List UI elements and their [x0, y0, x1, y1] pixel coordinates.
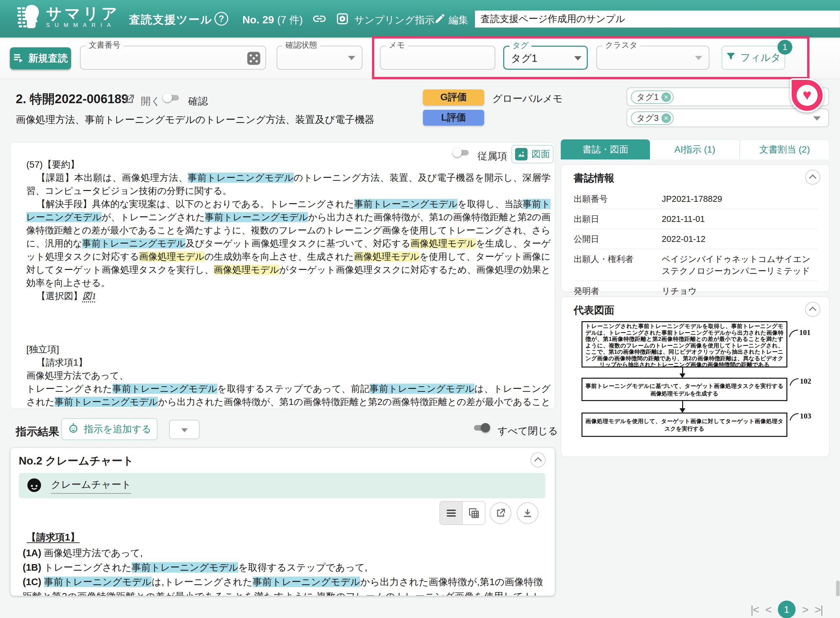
- instruction-menu-button[interactable]: [169, 420, 200, 439]
- row-value: ベイジンバイドゥネットコムサイエンステクノロジーカンパニーリミテッド: [662, 253, 818, 277]
- status-select[interactable]: 確認状態: [277, 46, 362, 70]
- review-number: No. 29(7 件): [243, 13, 303, 27]
- tag-chip: タグ1 ✕: [631, 91, 673, 104]
- chevron-up-icon: [809, 175, 817, 182]
- sampling-icon[interactable]: [335, 12, 349, 27]
- logo-subtitle: SUMMARIA: [46, 22, 120, 28]
- doc-number-label: 文書番号: [86, 41, 123, 49]
- open-in-new-icon[interactable]: [123, 93, 136, 107]
- representative-figure-panel: 代表図面 トレーニングされた事前トレーニングモデルを取得し、事前トレーニングモデ…: [561, 297, 830, 457]
- link-icon[interactable]: [312, 11, 327, 28]
- download-button[interactable]: [517, 502, 538, 524]
- view-mode-switch: [439, 501, 486, 525]
- sampling-label[interactable]: サンプリング指示: [354, 13, 435, 27]
- l-eval-button[interactable]: L評価: [423, 110, 484, 126]
- collapse-button[interactable]: [805, 169, 820, 185]
- abstract-text: (57)【要約】【課題】本出願は、画像処理方法、事前トレーニングモデルのトレーニ…: [26, 158, 551, 409]
- row-value: 2022-01-12: [662, 233, 818, 245]
- new-review-label: 新規査読: [28, 52, 68, 65]
- right-panel-tabs: 書誌・図面 AI指示 (1) 文書割当 (2): [561, 140, 830, 159]
- row-label: 出願番号: [573, 193, 662, 205]
- global-memo-label: グローバルメモ: [492, 92, 563, 105]
- logo-title: サマリア: [46, 5, 120, 22]
- flowchart-box-101: トレーニングされた事前トレーニングモデルを取得し、事前トレーニングモデルは、トレ…: [581, 321, 787, 367]
- current-page-button[interactable]: 1: [778, 600, 795, 618]
- app-header: サマリア SUMMARIA 査読支援ツール ? No. 29(7 件) サンプリ…: [0, 0, 840, 37]
- memo-field[interactable]: メモ: [380, 46, 495, 70]
- table-view-button[interactable]: [462, 502, 485, 524]
- biblio-title: 書誌情報: [573, 171, 614, 185]
- last-page-button[interactable]: >|: [814, 603, 822, 616]
- claim-chart-banner: クレームチャート: [19, 473, 545, 498]
- filter-count-badge: 1: [777, 40, 792, 55]
- figure-ref-103: 103: [789, 412, 812, 421]
- tab-biblio-drawing[interactable]: 書誌・図面: [561, 140, 650, 159]
- app-logo[interactable]: サマリア SUMMARIA: [17, 3, 120, 30]
- claim-chart-text: 【請求項1】(1A) 画像処理方法であって,(1B) トレーニングされた事前トレ…: [23, 530, 543, 596]
- doc-tag-select-2[interactable]: タグ3 ✕: [627, 108, 829, 127]
- flowchart-box-102: 事前トレーニングモデルに基づいて、ターゲット画像処理タスクを実行する画像処理モデ…: [581, 378, 787, 401]
- open-chart-button[interactable]: [490, 502, 511, 524]
- row-label: 公開日: [573, 233, 662, 245]
- collapse-button[interactable]: [530, 452, 546, 468]
- chevron-down-icon: [348, 56, 355, 60]
- flowchart-arrow: [682, 367, 683, 377]
- robot-icon: [67, 422, 79, 436]
- table-row: 公開日2022-01-12: [573, 229, 818, 249]
- tag-select[interactable]: タグ タグ1: [503, 46, 588, 70]
- add-instruction-button[interactable]: 指示を追加する: [61, 418, 158, 440]
- tag-chip-label: タグ3: [636, 113, 659, 124]
- tab-doc-assignment[interactable]: 文書割当 (2): [740, 140, 830, 159]
- cluster-select[interactable]: クラスタ: [596, 46, 709, 70]
- page-name-input[interactable]: [475, 10, 840, 28]
- tag-remove-icon[interactable]: ✕: [661, 92, 671, 102]
- confirm-label: 確認: [188, 95, 208, 108]
- help-icon[interactable]: ?: [214, 12, 228, 26]
- abstract-panel: 従属項 図面 (57)【要約】【課題】本出願は、画像処理方法、事前トレーニングモ…: [10, 142, 555, 409]
- first-page-button[interactable]: |<: [751, 603, 759, 616]
- row-value: リチョウ: [662, 285, 818, 297]
- figure-ref-label: 101: [799, 328, 811, 337]
- dependent-claims-toggle[interactable]: [453, 148, 470, 157]
- biblio-table: 出願番号JP2021-178829 出願日2021-11-01 公開日2022-…: [573, 189, 818, 301]
- chevron-down-icon: [695, 56, 702, 60]
- ai-robot-icon: [26, 477, 42, 495]
- filter-button[interactable]: フィルタ: [722, 46, 785, 70]
- claim-chart-panel: No.2 クレームチャート クレームチャート 【請求項1】(1A) 画像処理方法…: [10, 447, 555, 596]
- document-title: 画像処理方法、事前トレーニングモデルのトレーニング方法、装置及び電子機器: [16, 113, 375, 126]
- filter-bar: 新規査読 文書番号 確認状態 メモ タグ タグ1 クラスタ フィルタ: [0, 37, 840, 79]
- chevron-up-icon: [535, 457, 542, 465]
- scrollbar-thumb[interactable]: [836, 581, 840, 596]
- document-number: 2. 特開2022-006189: [16, 91, 128, 107]
- claim-chart-title: No.2 クレームチャート: [19, 454, 134, 468]
- edit-label[interactable]: 編集: [448, 13, 468, 27]
- figure-ref-label: 103: [800, 412, 812, 420]
- heart-cursor-icon: [790, 78, 824, 113]
- chevron-down-icon: [813, 116, 821, 120]
- text-view-button[interactable]: [440, 502, 462, 524]
- prev-page-button[interactable]: <: [766, 603, 771, 616]
- next-page-button[interactable]: >: [802, 603, 808, 616]
- funnel-icon: [726, 52, 736, 64]
- dice-icon[interactable]: [247, 51, 261, 67]
- doc-number-field[interactable]: 文書番号: [80, 46, 266, 70]
- edit-icon[interactable]: [434, 12, 446, 26]
- open-label[interactable]: 開く: [141, 95, 161, 108]
- add-instruction-label: 指示を追加する: [84, 423, 151, 436]
- tab-ai-instruction[interactable]: AI指示 (1): [650, 140, 740, 159]
- collapse-button[interactable]: [805, 302, 820, 317]
- tag-select-value: タグ1: [511, 52, 538, 65]
- status-label: 確認状態: [283, 41, 320, 49]
- instruction-result-label: 指示結果: [16, 424, 59, 439]
- page-title: 査読支援ツール: [129, 12, 213, 27]
- close-all-toggle[interactable]: [473, 423, 489, 432]
- table-row: 出願人・権利者ベイジンバイドゥネットコムサイエンステクノロジーカンパニーリミテッ…: [573, 249, 818, 281]
- tag-remove-icon[interactable]: ✕: [661, 113, 671, 123]
- confirm-toggle[interactable]: [164, 93, 180, 103]
- new-review-button[interactable]: 新規査読: [10, 48, 71, 69]
- row-value: JP2021-178829: [662, 193, 818, 205]
- g-eval-button[interactable]: G評価: [423, 89, 484, 105]
- claim-chart-banner-title[interactable]: クレームチャート: [51, 478, 131, 494]
- figure-ref-label: 102: [800, 377, 812, 386]
- tag-label: タグ: [509, 41, 532, 50]
